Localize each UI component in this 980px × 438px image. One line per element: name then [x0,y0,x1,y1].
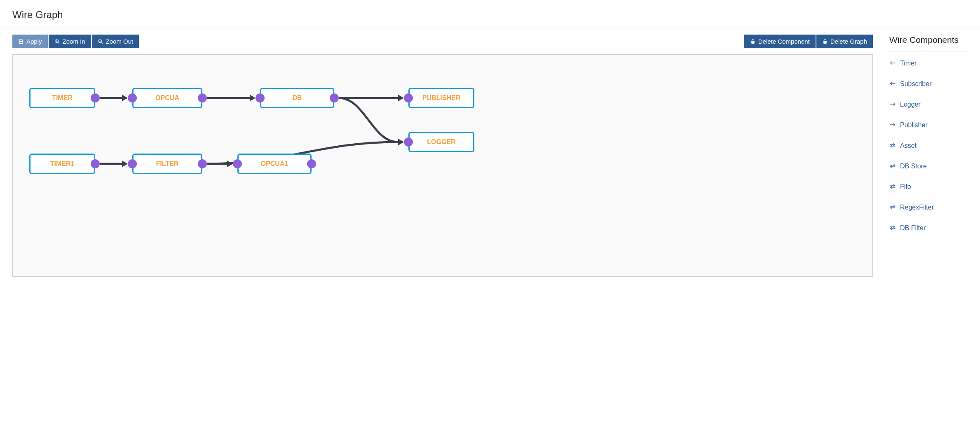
port-out[interactable] [198,159,207,168]
apply-label: Apply [26,38,42,45]
sidebar: Wire Components TimerSubscriberLoggerPub… [889,35,968,277]
node-label: PUBLISHER [422,94,460,101]
node-logger[interactable]: LOGGER [408,132,474,152]
node-opcua1[interactable]: OPCUA1 [237,154,312,174]
node-filter[interactable]: FILTER [132,154,202,174]
sidebar-item-db-store[interactable]: DB Store [889,156,968,177]
node-label: OPCUA [155,94,179,101]
arrowhead-icon [398,139,404,145]
page-title: Wire Graph [12,0,968,28]
node-opcua[interactable]: OPCUA [132,88,202,108]
zoom-out-label: Zoom Out [106,38,134,45]
apply-button[interactable]: Apply [12,35,48,48]
sidebar-title: Wire Components [889,35,968,45]
sidebar-item-fifo[interactable]: Fifo [889,177,968,197]
node-db[interactable]: DB [260,88,334,108]
sidebar-item-label: Subscriber [900,80,931,88]
node-label: DB [292,94,302,101]
zoom-in-icon [54,39,60,44]
port-out[interactable] [307,159,316,168]
port-out[interactable] [198,93,207,103]
toolbar: Apply Zoom In Zoom Out Delete Component [12,35,873,48]
sidebar-item-label: DB Filter [900,224,926,232]
node-label: OPCUA1 [261,160,288,167]
port-out[interactable] [91,93,100,103]
port-in[interactable] [128,93,137,103]
zoom-out-button[interactable]: Zoom Out [92,35,139,48]
arrowhead-icon [398,95,404,101]
both-arrow-icon [889,183,896,191]
both-arrow-icon [889,142,896,149]
in-arrow-icon [889,60,896,67]
port-in[interactable] [404,137,413,147]
both-arrow-icon [889,163,896,170]
sidebar-item-label: Logger [900,101,921,108]
delete-component-label: Delete Component [758,38,810,45]
port-out[interactable] [91,159,100,168]
arrowhead-icon [122,161,128,167]
port-in[interactable] [233,159,242,168]
trash-icon [750,39,756,44]
arrowhead-icon [250,95,256,101]
toolbar-right: Delete Component Delete Graph [744,35,873,48]
sidebar-item-regexfilter[interactable]: RegexFilter [889,197,968,218]
sidebar-item-logger[interactable]: Logger [889,94,968,115]
edge [339,98,398,142]
port-in[interactable] [128,159,137,168]
sidebar-item-timer[interactable]: Timer [889,53,968,74]
sidebar-item-subscriber[interactable]: Subscriber [889,74,968,94]
zoom-in-button[interactable]: Zoom In [49,35,91,48]
sidebar-item-publisher[interactable]: Publisher [889,115,968,135]
node-label: TIMER [52,94,73,101]
sidebar-item-label: DB Store [900,163,927,170]
zoom-in-label: Zoom In [63,38,85,45]
divider [0,28,980,28]
arrowhead-icon [122,95,128,101]
both-arrow-icon [889,224,896,232]
delete-component-button[interactable]: Delete Component [744,35,816,48]
node-timer1[interactable]: TIMER1 [29,154,95,174]
port-out[interactable] [330,93,339,103]
sidebar-item-label: Publisher [900,121,928,129]
sidebar-item-asset[interactable]: Asset [889,135,968,156]
node-label: FILTER [156,160,179,167]
out-arrow-icon [889,101,896,108]
trash-icon [822,39,828,44]
out-arrow-icon [889,121,896,129]
in-arrow-icon [889,80,896,88]
node-label: LOGGER [427,138,455,145]
delete-graph-button[interactable]: Delete Graph [816,35,873,48]
zoom-out-icon [98,39,103,44]
divider [889,51,968,51]
arrowhead-icon [398,139,404,145]
toolbar-left: Apply Zoom In Zoom Out [12,35,139,48]
delete-graph-label: Delete Graph [830,38,867,45]
port-in[interactable] [256,93,265,103]
sidebar-item-label: RegexFilter [900,204,934,211]
both-arrow-icon [889,204,896,211]
node-timer[interactable]: TIMER [29,88,95,108]
sidebar-item-db-filter[interactable]: DB Filter [889,218,968,238]
port-in[interactable] [404,93,413,103]
sidebar-item-label: Fifo [900,183,911,191]
node-label: TIMER1 [50,160,75,167]
arrowhead-icon [227,161,233,167]
save-icon [18,39,24,44]
graph-canvas[interactable]: TIMEROPCUADBPUBLISHERLOGGERTIMER1FILTERO… [12,54,873,277]
node-publisher[interactable]: PUBLISHER [408,88,474,108]
sidebar-item-label: Asset [900,142,917,149]
sidebar-item-label: Timer [900,60,917,67]
